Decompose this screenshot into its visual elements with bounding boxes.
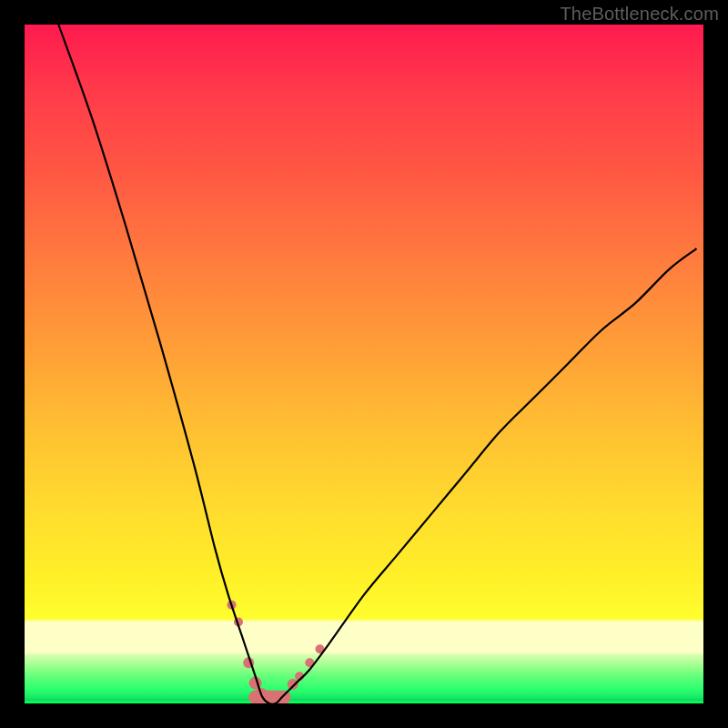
markers-group bbox=[228, 601, 325, 703]
curve-layer bbox=[25, 25, 703, 703]
watermark-text: TheBottleneck.com bbox=[560, 4, 719, 25]
bottleneck-curve-path bbox=[58, 25, 696, 703]
marker-dot bbox=[288, 679, 298, 690]
plot-area bbox=[25, 25, 703, 703]
chart-frame: TheBottleneck.com bbox=[0, 0, 728, 728]
